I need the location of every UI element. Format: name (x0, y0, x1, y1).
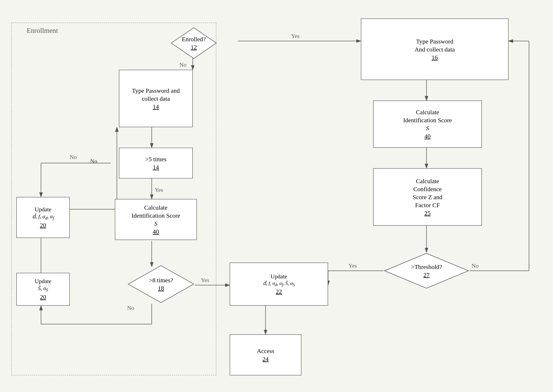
update-20-bot-box: Update Ŝ, σS 20 (16, 273, 70, 306)
type-pw-14-ref: 14 (153, 103, 159, 110)
calc-id-r-line1: Calculate (416, 108, 439, 116)
update-22-line2: ḋ, f, σd, σf, Ŝ, σS (263, 280, 295, 287)
enrolled-ref: 12 (191, 44, 197, 50)
calc-id-r-line3: S (426, 124, 429, 132)
calc-id-l-line3: S (154, 219, 158, 227)
update-bot-line1: Update (35, 278, 51, 285)
update-22-line1: Update (271, 273, 287, 280)
calc-id-score-right-box: Calculate Identification Score S 40 (373, 100, 482, 148)
flowchart-diagram: Enrollment Yes No Yes Yes (0, 0, 553, 392)
calc-id-r-ref: 40 (424, 133, 431, 140)
gt5-ref: 14 (153, 164, 159, 170)
gt8-label: >8 times? (149, 276, 173, 284)
access-line1: Access (257, 347, 274, 355)
svg-text:Yes: Yes (291, 33, 300, 39)
type-pw-14-line2: collect data (142, 95, 170, 103)
svg-text:Yes: Yes (349, 263, 357, 269)
update-22-box: Update ḋ, f, σd, σf, Ŝ, σS 22 (230, 263, 328, 306)
calc-id-l-ref: 40 (153, 228, 159, 235)
type-pw-14-line1: Type Password and (132, 87, 180, 95)
conf-line1: Calculate (416, 177, 439, 185)
threshold-ref: 27 (423, 271, 429, 278)
update-bot-ref: 20 (40, 294, 46, 300)
threshold-label: >Threshold? (411, 263, 442, 271)
conf-ref: 25 (424, 210, 431, 217)
gt8-ref: 18 (158, 285, 164, 292)
access-24-box: Access 24 (230, 334, 301, 375)
update-22-ref: 22 (276, 288, 282, 295)
type-pw-16-ref: 16 (432, 54, 438, 61)
no-label-gt5: No (90, 158, 97, 165)
access-ref: 24 (263, 356, 269, 362)
update-top-ref: 20 (40, 222, 46, 229)
calc-id-l-line1: Calculate (144, 203, 167, 211)
svg-text:No: No (472, 263, 479, 269)
threshold-diamond: >Threshold? 27 (383, 252, 470, 289)
update-top-line1: Update (35, 206, 51, 213)
enrolled-diamond: Enrolled? 12 (170, 27, 217, 59)
enrolled-label: Enrolled? (182, 35, 206, 43)
conf-line2: Confidence (413, 185, 442, 193)
update-bot-line2: Ŝ, σS (38, 285, 48, 293)
type-password-14-box: Type Password and collect data 14 (119, 70, 193, 127)
update-top-line2: ḋ, f, σd, σf (32, 213, 54, 221)
update-20-top-box: Update ḋ, f, σd, σf 20 (16, 197, 70, 238)
conf-line4: Factor CF (415, 201, 440, 209)
calc-conf-score-box: Calculate Confidence Score Z and Factor … (373, 168, 482, 226)
gt8-times-diamond: >8 times? 18 (127, 265, 195, 304)
enrollment-label: Enrollment (27, 27, 58, 35)
type-pw-16-line1: Type Password (416, 37, 453, 45)
calc-id-l-line2: Identification Score (131, 211, 180, 219)
type-pw-16-line2: And collect data (415, 45, 455, 53)
gt5-times-box: >5 times 14 (119, 148, 193, 178)
gt5-line1: >5 times (145, 155, 166, 163)
conf-line3: Score Z and (413, 193, 442, 201)
type-password-16-box: Type Password And collect data 16 (361, 18, 509, 80)
calc-id-r-line2: Identification Score (403, 116, 452, 124)
calc-id-score-left-box: Calculate Identification Score S 40 (115, 199, 197, 240)
